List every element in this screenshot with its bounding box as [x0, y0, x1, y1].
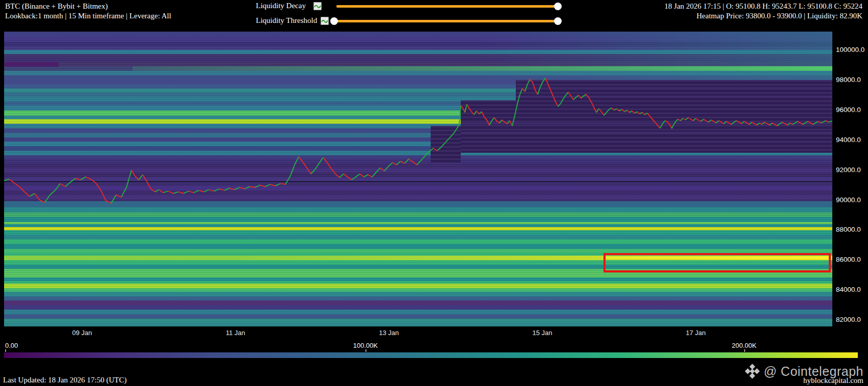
lookback-timeframe-leverage: Lookback:1 month | 15 Min timeframe | Le… — [5, 12, 171, 20]
y-axis-label: 90000.0 — [836, 196, 861, 204]
y-axis-label: 96000.0 — [836, 106, 861, 114]
price-candle-line — [4, 32, 832, 326]
liquidation-heatmap-chart[interactable]: HYBLOCK — [4, 32, 832, 326]
x-axis-label: 11 Jan — [226, 329, 245, 337]
y-axis-label: 94000.0 — [836, 136, 861, 144]
highlight-annotation-box — [603, 253, 831, 272]
y-axis-label: 84000.0 — [836, 286, 861, 293]
colorbar-label: 0.00 — [5, 342, 18, 349]
liquidity-decay-settings-icon[interactable] — [313, 2, 322, 10]
x-axis-label: 13 Jan — [379, 329, 399, 337]
colorbar-label: 200.00K — [732, 342, 756, 349]
liquidity-threshold-label: Liquidity Threshold — [256, 16, 317, 25]
y-axis-label: 98000.0 — [836, 76, 861, 84]
colorbar-tick — [744, 349, 745, 352]
y-axis-label: 82000.0 — [836, 316, 861, 323]
liquidity-decay-label: Liquidity Decay — [256, 2, 306, 10]
ohlc-readout: 18 Jan 2026 17:15 | O: 95100.8 H: 95243.… — [665, 2, 862, 11]
hyblock-heatmap-app: BTC (Binance + Bybit + Bitmex) Lookback:… — [0, 0, 868, 386]
last-updated-text: Last Updated: 18 Jan 2026 17:50 (UTC) — [3, 376, 126, 384]
x-axis-label: 09 Jan — [72, 329, 92, 337]
y-axis-label: 92000.0 — [836, 166, 861, 174]
x-axis-label: 15 Jan — [532, 329, 552, 337]
liquidity-colorbar — [4, 352, 858, 358]
symbol-title: BTC (Binance + Bybit + Bitmex) — [5, 2, 108, 11]
y-axis-label: 88000.0 — [836, 226, 861, 233]
colorbar-label: 100.00K — [353, 342, 378, 349]
cointelegraph-diamond-logo — [745, 364, 760, 379]
hyblockcapital-site-text: hyblockcapital.com — [803, 376, 863, 385]
y-axis-label: 86000.0 — [836, 256, 861, 263]
scribble-icon — [314, 4, 321, 9]
liquidity-threshold-slider-handle-min[interactable] — [330, 17, 338, 25]
liquidity-threshold-settings-icon[interactable] — [321, 17, 329, 25]
liquidity-decay-slider-handle[interactable] — [554, 3, 562, 10]
colorbar-tick — [5, 349, 6, 352]
liquidity-decay-slider-track[interactable] — [336, 5, 557, 8]
liquidity-threshold-slider-track[interactable] — [336, 20, 557, 22]
x-axis-label: 17 Jan — [686, 329, 705, 337]
liquidity-threshold-slider-handle-max[interactable] — [554, 17, 562, 25]
heatmap-price-readout: Heatmap Price: 93800.0 - 93900.0 | Liqui… — [697, 12, 862, 20]
scribble-icon — [321, 18, 328, 23]
colorbar-tick — [365, 349, 366, 352]
y-axis-label: 100000.0 — [836, 46, 864, 53]
